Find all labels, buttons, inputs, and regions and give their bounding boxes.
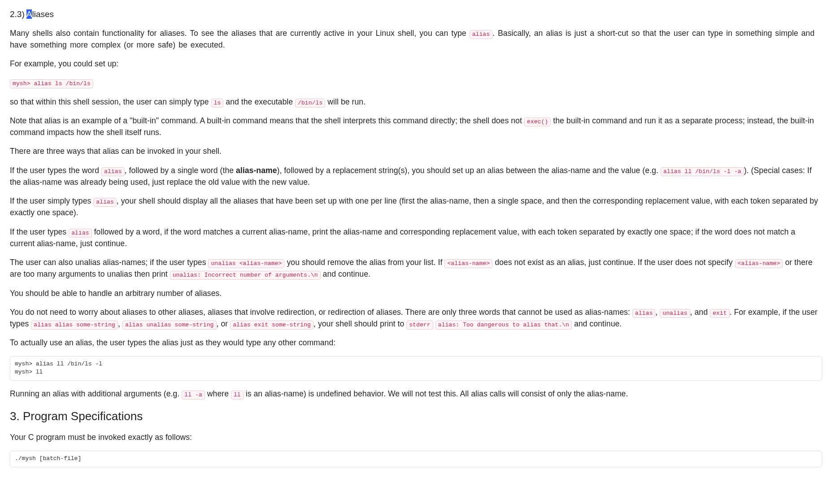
- paragraph-arbitrary: You should be able to handle an arbitrar…: [10, 287, 822, 299]
- code-alias-ll: alias ll /bin/ls -l -a: [661, 167, 744, 176]
- code-alias-exit-string: alias exit some-string: [230, 321, 314, 330]
- paragraph-example-lead: For example, you could set up:: [10, 58, 822, 70]
- text: ), followed by a replacement string(s), …: [277, 166, 660, 175]
- section-title-text: Aliases: [26, 8, 54, 21]
- paragraph-builtin: Note that alias is an example of a "buil…: [10, 115, 822, 139]
- code-unalias-word: unalias: [660, 309, 690, 318]
- text: If the user types the word: [10, 166, 101, 175]
- text: [433, 319, 436, 328]
- code-ls: ls: [211, 99, 224, 108]
- paragraph-undefined: Running an alias with additional argumen…: [10, 388, 822, 400]
- text: You do not need to worry about aliases t…: [10, 308, 632, 317]
- paragraph-spec-intro: Your C program must be invoked exactly a…: [10, 431, 822, 443]
- document-page: 2.3) Aliases Many shells also contain fu…: [0, 0, 832, 492]
- text: and continue.: [321, 269, 370, 278]
- code-unalias-alias-name: unalias <alias-name>: [208, 259, 284, 268]
- paragraph-code-setup: mysh> alias ls /bin/ls: [10, 77, 822, 88]
- code-exit-word: exit: [710, 309, 730, 318]
- text: and continue.: [572, 319, 622, 328]
- text: you should remove the alias from your li…: [284, 258, 444, 267]
- section-2-3-heading: 2.3) Aliases: [10, 8, 822, 21]
- paragraph-way-2: If the user simply types alias, your she…: [10, 195, 822, 219]
- text: , your shell should display all the alia…: [10, 196, 818, 217]
- section-3-heading: 3. Program Specifications: [10, 408, 822, 425]
- code-block-alias-example: mysh> alias ll /bin/ls -l mysh> ll: [10, 356, 822, 381]
- paragraph-way-1: If the user types the word alias, follow…: [10, 165, 822, 188]
- code-alias: alias: [69, 229, 92, 238]
- section-number: 2.3): [10, 8, 25, 21]
- text: If the user simply types: [10, 196, 93, 205]
- text: will be run.: [325, 97, 366, 106]
- code-unalias-error: unalias: Incorrect number of arguments.\…: [170, 271, 321, 280]
- text: Note that alias is an example of a "buil…: [10, 116, 524, 125]
- selection-highlight: A: [26, 9, 32, 19]
- paragraph-use-alias: To actually use an alias, the user types…: [10, 337, 822, 348]
- text: ,: [118, 319, 122, 328]
- text: so that within this shell session, the u…: [10, 97, 211, 106]
- text: , followed by a single word (the: [125, 166, 236, 175]
- text: Running an alias with additional argumen…: [10, 389, 182, 398]
- code-ll-a: ll -a: [182, 391, 205, 400]
- text: The user can also unalias alias-names; i…: [10, 258, 208, 267]
- code-alias: alias: [101, 167, 125, 176]
- section-title-rest: liases: [32, 9, 54, 19]
- code-exec: exec(): [524, 117, 551, 126]
- text: where: [205, 389, 231, 398]
- text: is an alias-name) is undefined behavior.…: [244, 389, 628, 398]
- code-alias: alias: [93, 198, 117, 207]
- text: , or: [217, 319, 231, 328]
- paragraph-way-3: If the user types alias followed by a wo…: [10, 226, 822, 250]
- code-ll: ll: [231, 391, 244, 400]
- code-block-invoke: ./mysh [batch-file]: [10, 451, 822, 467]
- code-binls: /bin/ls: [295, 99, 325, 108]
- code-alias-name: <alias-name>: [735, 259, 783, 268]
- code-alias-alias-string: alias alias some-string: [31, 321, 118, 330]
- text: does not exist as an alias, just continu…: [492, 258, 735, 267]
- alias-name-strong: alias-name: [236, 166, 277, 175]
- code-alias-name: <alias-name>: [444, 259, 492, 268]
- paragraph-unalias: The user can also unalias alias-names; i…: [10, 256, 822, 280]
- text: If the user types: [10, 227, 69, 236]
- text: followed by a word, if the word matches …: [10, 227, 795, 248]
- paragraph-forbidden: You do not need to worry about aliases t…: [10, 306, 822, 330]
- text: , and: [690, 308, 710, 317]
- code-alias-word: alias: [632, 309, 656, 318]
- code-danger-msg: alias: Too dangerous to alias that.\n: [436, 321, 572, 330]
- paragraph-intro: Many shells also contain functionality f…: [10, 27, 822, 51]
- text: , your shell should print to: [314, 319, 406, 328]
- text: and the executable: [223, 97, 295, 106]
- paragraph-after-setup: so that within this shell session, the u…: [10, 96, 822, 108]
- text: Many shells also contain functionality f…: [10, 29, 470, 38]
- text: ,: [655, 308, 660, 317]
- code-alias: alias: [470, 30, 493, 39]
- code-alias-unalias-string: alias unalias some-string: [122, 321, 217, 330]
- code-stderr: stderr: [406, 321, 433, 330]
- code-alias-setup: mysh> alias ls /bin/ls: [10, 79, 93, 88]
- paragraph-three-ways: There are three ways that alias can be i…: [10, 145, 822, 157]
